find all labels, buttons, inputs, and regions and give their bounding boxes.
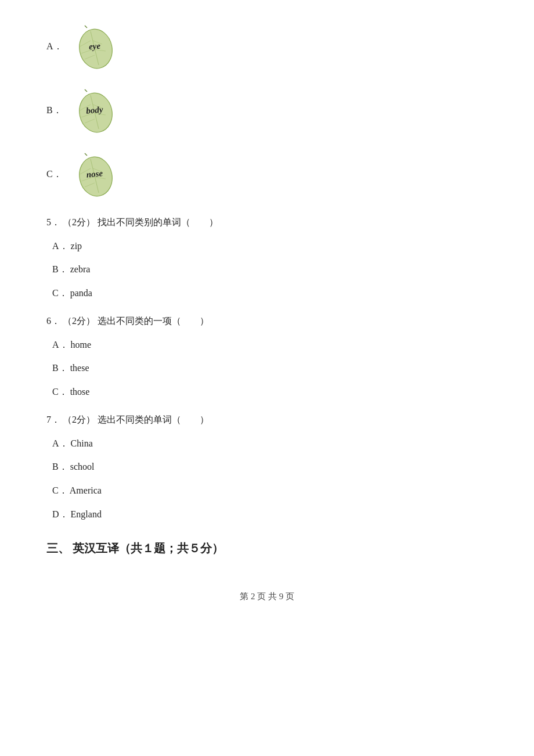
q5-opt-c-label: C．	[52, 288, 68, 298]
question-7-title: 7． （2分） 选出不同类的单词（ ）	[46, 412, 488, 427]
q6-text: 选出不同类的一项（ ）	[98, 316, 209, 326]
q5-option-c: C． panda	[46, 285, 488, 302]
leaf-b-label: B．	[46, 105, 64, 117]
q7-opt-a-value: China	[71, 438, 93, 448]
q7-opt-d-label: D．	[52, 509, 68, 519]
q6-opt-a-label: A．	[52, 340, 68, 350]
q6-option-a: A． home	[46, 337, 488, 354]
q7-opt-c-label: C．	[52, 485, 68, 495]
q7-score: （2分）	[63, 415, 95, 424]
q7-number: 7．	[46, 415, 60, 424]
q7-text: 选出不同类的单词（ ）	[98, 415, 209, 424]
svg-point-17	[76, 154, 116, 197]
page-footer: 第 2 页 共 9 页	[46, 591, 488, 602]
q6-opt-c-label: C．	[52, 387, 68, 397]
q5-opt-c-value: panda	[70, 288, 92, 298]
q7-opt-b-label: B．	[52, 462, 68, 471]
q6-option-c: C． those	[46, 384, 488, 401]
question-6-title: 6． （2分） 选出不同类的一项（ ）	[46, 314, 488, 329]
q6-option-b: B． these	[46, 360, 488, 377]
leaf-a-image: eye	[68, 23, 121, 70]
svg-line-16	[85, 153, 87, 156]
q7-option-c: C． America	[46, 483, 488, 499]
section-title: 三、 英汉互译（共１题；共５分）	[46, 541, 488, 556]
q7-option-b: B． school	[46, 459, 488, 476]
leaf-c-image: nose	[68, 151, 121, 197]
q7-opt-a-label: A．	[52, 438, 68, 448]
leaf-option-c: C． nose	[46, 151, 488, 197]
q5-opt-b-value: zebra	[70, 264, 91, 274]
page-content: A． eye B．	[46, 23, 488, 602]
q7-option-d: D． England	[46, 506, 488, 523]
q5-score: （2分）	[63, 217, 95, 227]
leaf-option-a: A． eye	[46, 23, 488, 70]
question-7: 7． （2分） 选出不同类的单词（ ） A． China B． school C…	[46, 412, 488, 523]
svg-point-9	[76, 90, 116, 134]
questions-container: 5． （2分） 找出不同类别的单词（ ） A． zip B． zebra C． …	[46, 215, 488, 523]
q7-opt-c-value: America	[70, 485, 102, 495]
q5-option-b: B． zebra	[46, 261, 488, 278]
q7-opt-b-value: school	[70, 462, 95, 471]
q6-opt-b-label: B．	[52, 363, 68, 373]
q5-opt-a-value: zip	[71, 241, 82, 251]
q5-opt-a-label: A．	[52, 241, 68, 251]
q5-text: 找出不同类别的单词（ ）	[98, 217, 218, 227]
q6-score: （2分）	[63, 316, 95, 326]
q7-option-a: A． China	[46, 435, 488, 452]
question-5: 5． （2分） 找出不同类别的单词（ ） A． zip B． zebra C． …	[46, 215, 488, 302]
svg-line-8	[85, 89, 87, 92]
q6-number: 6．	[46, 316, 60, 326]
leaf-c-label: C．	[46, 168, 64, 181]
svg-line-0	[85, 26, 87, 28]
q6-opt-b-value: these	[70, 363, 89, 373]
svg-point-1	[76, 26, 116, 70]
question-5-title: 5． （2分） 找出不同类别的单词（ ）	[46, 215, 488, 230]
q5-opt-b-label: B．	[52, 264, 68, 274]
leaf-a-label: A．	[46, 41, 64, 53]
q6-opt-c-value: those	[70, 387, 90, 397]
leaf-options-container: A． eye B．	[46, 23, 488, 197]
q6-opt-a-value: home	[71, 340, 92, 350]
leaf-option-b: B． body	[46, 87, 488, 134]
leaf-b-image: body	[68, 87, 121, 134]
q5-option-a: A． zip	[46, 238, 488, 255]
question-6: 6． （2分） 选出不同类的一项（ ） A． home B． these C． …	[46, 314, 488, 401]
q5-number: 5．	[46, 217, 60, 227]
q7-opt-d-value: England	[71, 509, 102, 519]
